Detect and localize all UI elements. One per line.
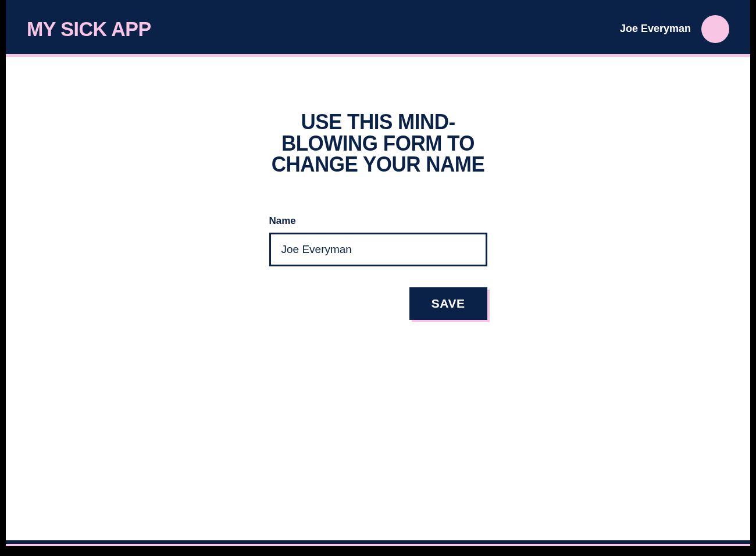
name-field-label: Name [269,215,487,227]
form-wrapper: USE THIS MIND-BLOWING FORM TO CHANGE YOU… [269,112,487,320]
app-title: MY SICK APP [27,17,151,41]
main-content: USE THIS MIND-BLOWING FORM TO CHANGE YOU… [6,57,750,320]
user-section: Joe Everyman [620,15,729,43]
name-input[interactable] [269,233,487,266]
page-heading: USE THIS MIND-BLOWING FORM TO CHANGE YOU… [269,111,487,174]
button-row: SAVE [269,287,487,320]
avatar[interactable] [701,15,729,43]
pink-bottom-accent [6,544,750,546]
app-header: MY SICK APP Joe Everyman [6,3,750,57]
save-button[interactable]: SAVE [409,287,487,320]
user-name-display: Joe Everyman [620,23,691,35]
